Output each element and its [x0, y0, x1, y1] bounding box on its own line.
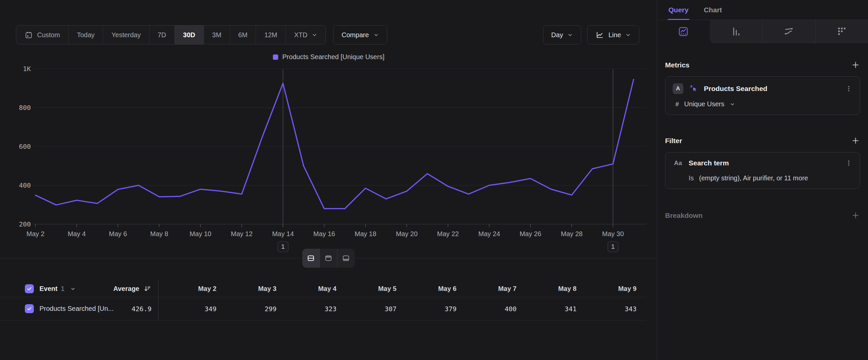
- x-axis-label: May 20: [396, 230, 418, 238]
- range-yesterday[interactable]: Yesterday: [103, 26, 149, 44]
- compare-button[interactable]: Compare: [333, 25, 387, 45]
- x-axis-label: May 8: [150, 230, 168, 238]
- retention-dots-icon: [836, 26, 847, 37]
- chart-type-tabs: [657, 20, 868, 43]
- tab-chart[interactable]: Chart: [704, 0, 722, 20]
- kebab-menu-icon[interactable]: [845, 85, 852, 92]
- range-30d[interactable]: 30D: [175, 26, 204, 44]
- main-panel: CustomTodayYesterday7D30D3M6M12MXTD Comp…: [0, 0, 657, 360]
- chevron-down-icon: [567, 32, 573, 38]
- x-axis-label: May 26: [520, 230, 541, 238]
- granularity-label: Day: [551, 31, 563, 39]
- insights-chart-icon: [678, 26, 689, 37]
- line-chart-icon: [595, 31, 604, 39]
- date-value: 341: [519, 305, 579, 313]
- event-cursor-icon: [689, 84, 699, 94]
- granularity-button[interactable]: Day: [543, 25, 582, 45]
- x-axis-label: May 6: [109, 230, 127, 238]
- layout-toggle-group: [302, 249, 355, 268]
- table-row: Products Searched [Un... 426.9 349299323…: [0, 297, 647, 321]
- date-column-header[interactable]: May 9: [579, 285, 639, 293]
- sort-descending-icon: [143, 285, 152, 293]
- chevron-down-icon: [312, 32, 317, 38]
- date-header-cells: May 2May 3May 4May 5May 6May 7May 8May 9: [158, 281, 647, 297]
- x-axis-label: May 18: [355, 230, 377, 238]
- metrics-section-header: Metrics: [665, 60, 860, 70]
- range-7d[interactable]: 7D: [150, 26, 175, 44]
- filter-operator[interactable]: Is: [689, 174, 694, 182]
- date-column-header[interactable]: May 3: [218, 285, 279, 293]
- y-axis-label: 400: [19, 181, 31, 189]
- average-header-label: Average: [114, 285, 139, 293]
- x-axis-label: May 22: [437, 230, 459, 238]
- tab-insights[interactable]: [657, 20, 710, 43]
- range-xtd[interactable]: XTD: [286, 26, 326, 44]
- table-header-row: Event 1 Average May 2May 3May 4May 5May …: [0, 281, 647, 297]
- chevron-down-icon[interactable]: [730, 102, 735, 107]
- sidebar-tabs: Query Chart: [657, 0, 868, 20]
- average-value: 426.9: [132, 305, 152, 313]
- toolbar-right-group: Day Line: [543, 25, 639, 45]
- filter-value[interactable]: (empty string), Air purifier, or 11 more: [699, 174, 808, 182]
- filter-card-header: Aa Search term: [673, 159, 852, 167]
- range-custom[interactable]: Custom: [16, 26, 69, 44]
- layout-split-button[interactable]: [302, 249, 320, 268]
- layout-chart-only-icon: [324, 254, 333, 262]
- metric-name: Products Searched: [704, 85, 840, 93]
- compare-label: Compare: [341, 31, 369, 39]
- range-today[interactable]: Today: [69, 26, 103, 44]
- x-axis-label: May 30: [602, 230, 624, 238]
- filter-title: Filter: [665, 137, 682, 145]
- tab-retention[interactable]: [815, 20, 868, 43]
- aggregation-selector[interactable]: Unique Users: [684, 100, 724, 108]
- range-3m[interactable]: 3M: [204, 26, 230, 44]
- date-value: 323: [279, 305, 339, 313]
- date-value: 343: [579, 305, 639, 313]
- bar-chart-icon: [731, 26, 742, 37]
- x-axis-label: May 16: [313, 230, 335, 238]
- y-axis-label: 600: [19, 142, 31, 150]
- layout-table-only-icon: [342, 254, 350, 262]
- date-column-header[interactable]: May 2: [158, 285, 218, 293]
- tab-flows[interactable]: [762, 20, 815, 43]
- event-header-label: Event: [39, 285, 57, 293]
- chart-style-button[interactable]: Line: [587, 25, 639, 45]
- filter-card[interactable]: Aa Search term Is (empty string), Air pu…: [665, 152, 860, 189]
- chart-toolbar: CustomTodayYesterday7D30D3M6M12MXTD Comp…: [16, 25, 639, 45]
- layout-table-only-button[interactable]: [338, 249, 355, 268]
- metric-letter-badge: A: [673, 83, 683, 94]
- chart-style-label: Line: [609, 31, 621, 39]
- x-axis-label: May 2: [27, 230, 44, 238]
- kebab-menu-icon[interactable]: [845, 159, 852, 167]
- tab-bar-chart[interactable]: [710, 20, 763, 43]
- calendar-icon: [25, 31, 33, 39]
- x-axis-label: May 10: [190, 230, 212, 238]
- date-column-header[interactable]: May 6: [399, 285, 459, 293]
- series-line[interactable]: [35, 79, 633, 209]
- date-column-header[interactable]: May 5: [339, 285, 399, 293]
- metric-card-header: A Products Searched: [673, 83, 852, 94]
- range-12m[interactable]: 12M: [256, 26, 286, 44]
- layout-chart-only-button[interactable]: [320, 249, 338, 268]
- range-6m[interactable]: 6M: [230, 26, 256, 44]
- metric-card[interactable]: A Products Searched # Unique Users: [665, 76, 860, 115]
- add-filter-button[interactable]: [851, 136, 860, 145]
- date-column-header[interactable]: May 7: [459, 285, 519, 293]
- row-checkbox[interactable]: [25, 304, 34, 313]
- tab-query[interactable]: Query: [669, 0, 689, 20]
- chevron-down-icon[interactable]: [70, 286, 75, 292]
- date-column-header[interactable]: May 8: [519, 285, 579, 293]
- add-breakdown-button[interactable]: [851, 211, 860, 220]
- filter-property-name: Search term: [689, 159, 840, 167]
- date-value: 400: [459, 305, 519, 313]
- metrics-title: Metrics: [665, 61, 690, 69]
- date-column-header[interactable]: May 4: [279, 285, 339, 293]
- select-all-checkbox[interactable]: [25, 284, 34, 293]
- average-header-cell[interactable]: Average: [106, 285, 158, 293]
- add-metric-button[interactable]: [851, 60, 860, 70]
- line-chart[interactable]: 2004006008001KMay 2May 4May 6May 8May 10…: [0, 50, 657, 262]
- analytics-app: CustomTodayYesterday7D30D3M6M12MXTD Comp…: [0, 0, 868, 360]
- date-value-cells: 349299323307379400341343: [158, 297, 647, 320]
- x-axis-label: May 24: [478, 230, 500, 238]
- sidebar-content: Metrics A Products Searched #: [657, 60, 868, 220]
